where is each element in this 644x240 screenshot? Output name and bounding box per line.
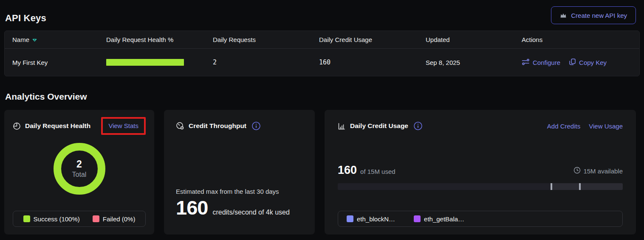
daily-credit-usage-cell: 160 — [319, 59, 426, 66]
success-swatch — [23, 215, 30, 222]
card-header: Daily Credit Usage Add Credits View Usag… — [338, 116, 623, 136]
sort-icon — [32, 36, 37, 43]
create-api-key-button[interactable]: Create new API key — [551, 6, 636, 24]
card-links: Add Credits View Usage — [547, 123, 623, 130]
bar-chart-icon — [338, 122, 346, 130]
legend-item-eth-blocknumber: eth_blockN… — [347, 215, 395, 223]
card-header: Credit Throughput — [176, 116, 303, 136]
throughput-subtitle: Estimated max from the last 30 days — [176, 188, 303, 195]
health-bar-cell — [106, 59, 213, 66]
usage-progress-bar — [338, 183, 623, 190]
analytics-cards: Daily Request Health View Stats 2 Total … — [4, 110, 640, 234]
legend-item-eth-getbalance: eth_getBala… — [414, 215, 464, 223]
column-label: Name — [12, 36, 29, 43]
daily-requests-cell: 2 — [213, 59, 319, 66]
legend-item-success: Success (100%) — [23, 215, 80, 223]
dashboard-page: API Keys Create new API key Name Daily R… — [0, 0, 644, 240]
legend-label: Success (100%) — [34, 215, 80, 223]
card-title: Credit Throughput — [189, 122, 246, 130]
sliders-icon — [522, 59, 530, 67]
page-title: API Keys — [5, 13, 46, 24]
column-header-updated: Updated — [426, 36, 522, 43]
credits-used-value: 160 — [338, 164, 357, 177]
method-swatch-purple — [414, 215, 421, 222]
donut-ring: 2 Total — [54, 143, 105, 195]
info-icon[interactable] — [413, 121, 423, 131]
column-header-credit-usage: Daily Credit Usage — [319, 36, 426, 43]
key-name-cell: My First Key — [12, 59, 106, 66]
usage-bar-segment — [551, 183, 623, 190]
gauge-icon — [176, 122, 184, 130]
copy-key-link[interactable]: Copy Key — [569, 58, 607, 67]
credits-available: 15M available — [573, 167, 623, 175]
method-swatch-blue — [347, 215, 353, 222]
usage-stats-row: 160 of 15M used 15M available — [338, 164, 623, 177]
usage-bar-marker — [579, 183, 581, 190]
usage-bar-marker — [551, 183, 552, 190]
column-header-health: Daily Request Health % — [106, 36, 213, 43]
pie-chart-icon — [13, 122, 21, 130]
updated-cell: Sep 8, 2025 — [426, 59, 522, 66]
throughput-value: 160 — [176, 196, 208, 219]
throughput-unit: credits/second of 4k used — [212, 209, 289, 216]
card-title: Daily Request Health — [25, 122, 90, 130]
legend-item-failed: Failed (0%) — [93, 215, 136, 223]
create-api-key-label: Create new API key — [571, 12, 627, 19]
credit-throughput-card: Credit Throughput Estimated max from the… — [164, 110, 315, 234]
daily-credit-usage-card: Daily Credit Usage Add Credits View Usag… — [325, 110, 636, 234]
column-header-actions: Actions — [522, 36, 632, 43]
donut-total-value: 2 — [76, 159, 82, 170]
view-stats-link[interactable]: View Stats — [108, 122, 138, 129]
health-legend: Success (100%) Failed (0%) — [13, 211, 146, 227]
column-header-name[interactable]: Name — [12, 36, 106, 43]
legend-label: eth_blockN… — [357, 215, 395, 223]
legend-label: Failed (0%) — [103, 215, 136, 223]
analytics-section-title: Analytics Overview — [5, 92, 640, 102]
health-donut-chart: 2 Total — [13, 143, 146, 195]
donut-total-label: Total — [72, 171, 87, 179]
clock-icon — [573, 167, 581, 175]
usage-legend: eth_blockN… eth_getBala… — [338, 211, 623, 227]
credits-available-label: 15M available — [583, 167, 623, 175]
api-keys-table: Name Daily Request Health % Daily Reques… — [4, 31, 640, 76]
throughput-value-row: 160 credits/second of 4k used — [176, 196, 303, 219]
configure-label: Configure — [533, 59, 560, 66]
table-header-row: Name Daily Request Health % Daily Reques… — [5, 31, 639, 49]
daily-request-health-card: Daily Request Health View Stats 2 Total … — [4, 110, 154, 234]
red-annotation-box: View Stats — [101, 117, 146, 135]
copy-key-label: Copy Key — [579, 59, 607, 66]
info-icon[interactable] — [251, 121, 261, 131]
configure-link[interactable]: Configure — [522, 59, 560, 67]
topbar: API Keys Create new API key — [4, 0, 640, 31]
crown-icon — [560, 12, 567, 18]
donut-center: 2 Total — [61, 151, 98, 187]
table-row: My First Key 2 160 Sep 8, 2025 Configure — [5, 49, 639, 76]
card-header: Daily Request Health View Stats — [13, 116, 146, 136]
view-usage-link[interactable]: View Usage — [589, 123, 623, 130]
copy-icon — [569, 58, 576, 67]
health-bar — [106, 59, 184, 66]
card-title: Daily Credit Usage — [350, 122, 408, 130]
actions-cell: Configure Copy Key — [522, 58, 632, 67]
legend-label: eth_getBala… — [424, 215, 464, 223]
column-header-requests: Daily Requests — [213, 36, 319, 43]
failed-swatch — [93, 215, 99, 222]
credits-used-label: of 15M used — [360, 168, 395, 175]
add-credits-link[interactable]: Add Credits — [547, 123, 580, 130]
